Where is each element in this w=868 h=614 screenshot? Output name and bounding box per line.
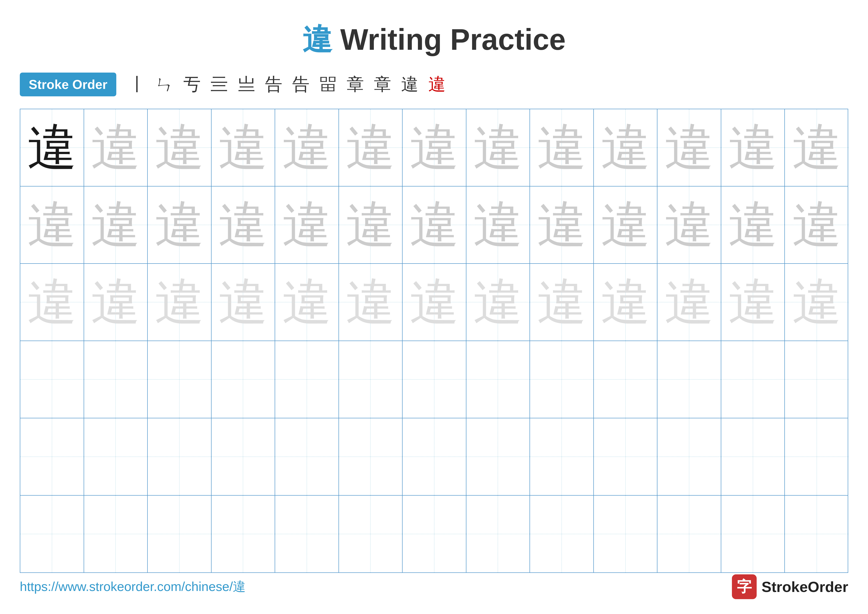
grid-cell[interactable] [275, 496, 339, 572]
stroke-order-badge: Stroke Order [20, 73, 116, 96]
title-char: 違 [302, 23, 332, 56]
title-rest: Writing Practice [332, 23, 566, 56]
grid-cell[interactable] [594, 418, 658, 495]
grid-cell[interactable]: 違 [148, 264, 212, 340]
footer-url[interactable]: https://www.strokeorder.com/chinese/違 [20, 578, 246, 595]
grid-cell[interactable] [84, 496, 148, 572]
grid-cell[interactable] [84, 418, 148, 495]
grid-cell[interactable] [721, 341, 785, 418]
grid-cell[interactable]: 違 [403, 264, 467, 340]
grid-cell[interactable]: 違 [148, 187, 212, 263]
grid-row [20, 341, 848, 418]
grid-cell[interactable] [275, 341, 339, 418]
grid-cell[interactable]: 違 [785, 109, 849, 186]
grid-cell[interactable]: 違 [657, 187, 721, 263]
grid-cell[interactable] [20, 418, 84, 495]
grid-cell[interactable]: 違 [148, 109, 212, 186]
grid-cell[interactable]: 違 [721, 264, 785, 340]
grid-cell[interactable] [785, 341, 849, 418]
grid-cell[interactable]: 違 [339, 109, 403, 186]
grid-cell[interactable]: 違 [212, 109, 275, 186]
grid-cell[interactable]: 違 [84, 187, 148, 263]
grid-cell[interactable]: 違 [721, 109, 785, 186]
grid-cell[interactable]: 違 [20, 109, 84, 186]
grid-cell[interactable]: 違 [467, 109, 530, 186]
grid-cell[interactable]: 違 [785, 187, 849, 263]
grid-cell[interactable] [148, 496, 212, 572]
grid-cell[interactable]: 違 [84, 264, 148, 340]
grid-cell[interactable] [275, 418, 339, 495]
grid-cell[interactable]: 違 [339, 264, 403, 340]
grid-cell[interactable]: 違 [721, 187, 785, 263]
grid-cell[interactable]: 違 [657, 109, 721, 186]
grid-cell[interactable] [212, 496, 275, 572]
grid-row: 違 違 違 違 違 違 違 違 違 違 違 違 違 [20, 264, 848, 341]
grid-cell[interactable]: 違 [594, 109, 658, 186]
grid-cell[interactable] [148, 418, 212, 495]
grid-cell[interactable] [467, 418, 530, 495]
grid-row: 違 違 違 違 違 違 違 違 違 違 違 違 違 [20, 109, 848, 187]
grid-cell[interactable]: 違 [20, 187, 84, 263]
grid-cell[interactable]: 違 [212, 264, 275, 340]
grid-cell[interactable] [403, 418, 467, 495]
grid-row [20, 418, 848, 496]
grid-cell[interactable] [785, 496, 849, 572]
grid-cell[interactable] [657, 341, 721, 418]
footer-logo: 字 StrokeOrder [732, 574, 848, 599]
grid-cell[interactable] [467, 496, 530, 572]
grid-cell[interactable]: 違 [530, 187, 594, 263]
grid-cell[interactable] [148, 341, 212, 418]
grid-cell[interactable] [212, 341, 275, 418]
grid-cell[interactable]: 違 [467, 187, 530, 263]
grid-cell[interactable]: 違 [84, 109, 148, 186]
stroke-sequence: 丨 ㄣ 亐 亖 亗 告 告 㽞 章 章 違 違 [129, 73, 446, 96]
logo-icon: 字 [732, 574, 756, 599]
grid-cell[interactable]: 違 [467, 264, 530, 340]
grid-cell[interactable] [339, 341, 403, 418]
practice-grid: 違 違 違 違 違 違 違 違 違 違 違 違 違 違 違 違 違 違 違 違 … [20, 109, 848, 573]
grid-cell[interactable] [594, 496, 658, 572]
grid-cell[interactable] [721, 418, 785, 495]
grid-row [20, 496, 848, 572]
grid-cell[interactable]: 違 [657, 264, 721, 340]
grid-cell[interactable] [530, 496, 594, 572]
grid-cell[interactable]: 違 [594, 187, 658, 263]
grid-cell[interactable] [594, 341, 658, 418]
grid-cell[interactable] [721, 496, 785, 572]
grid-cell[interactable] [339, 418, 403, 495]
grid-cell[interactable] [403, 496, 467, 572]
grid-cell[interactable]: 違 [530, 264, 594, 340]
grid-cell[interactable] [84, 341, 148, 418]
logo-text: StrokeOrder [762, 578, 848, 595]
grid-cell[interactable] [530, 341, 594, 418]
grid-cell[interactable] [530, 418, 594, 495]
stroke-order-row: Stroke Order 丨 ㄣ 亐 亖 亗 告 告 㽞 章 章 違 違 [0, 73, 868, 96]
grid-cell[interactable] [657, 496, 721, 572]
grid-cell[interactable] [785, 418, 849, 495]
grid-row: 違 違 違 違 違 違 違 違 違 違 違 違 違 [20, 187, 848, 264]
grid-cell[interactable] [403, 341, 467, 418]
page-title: 違 Writing Practice [0, 0, 868, 73]
grid-cell[interactable]: 違 [403, 109, 467, 186]
grid-cell[interactable]: 違 [530, 109, 594, 186]
grid-cell[interactable] [20, 496, 84, 572]
grid-cell[interactable]: 違 [403, 187, 467, 263]
grid-cell[interactable] [467, 341, 530, 418]
footer: https://www.strokeorder.com/chinese/違 字 … [20, 574, 848, 599]
grid-cell[interactable]: 違 [785, 264, 849, 340]
grid-cell[interactable]: 違 [20, 264, 84, 340]
grid-cell[interactable] [20, 341, 84, 418]
grid-cell[interactable]: 違 [594, 264, 658, 340]
grid-cell[interactable] [212, 418, 275, 495]
grid-cell[interactable]: 違 [275, 187, 339, 263]
grid-cell[interactable]: 違 [275, 264, 339, 340]
grid-cell[interactable] [339, 496, 403, 572]
grid-cell[interactable]: 違 [212, 187, 275, 263]
grid-cell[interactable] [657, 418, 721, 495]
grid-cell[interactable]: 違 [275, 109, 339, 186]
grid-cell[interactable]: 違 [339, 187, 403, 263]
